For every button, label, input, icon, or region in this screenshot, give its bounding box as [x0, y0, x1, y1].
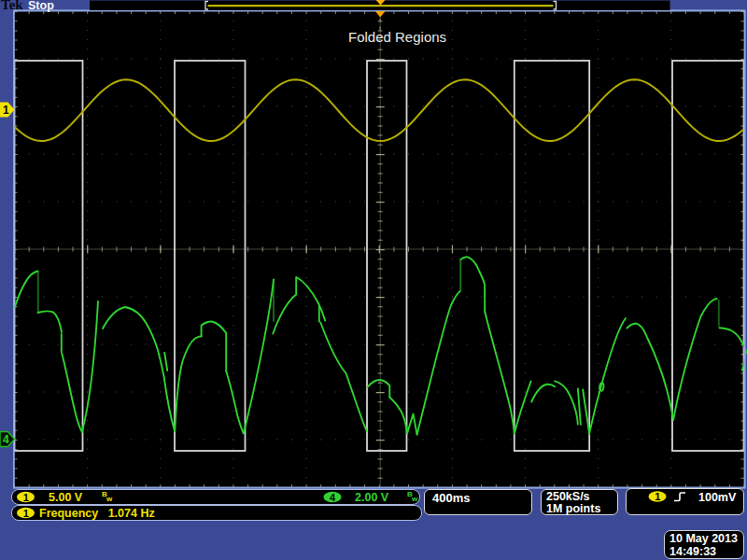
svg-text:1: 1: [655, 491, 660, 502]
svg-text:100mV: 100mV: [698, 491, 737, 504]
